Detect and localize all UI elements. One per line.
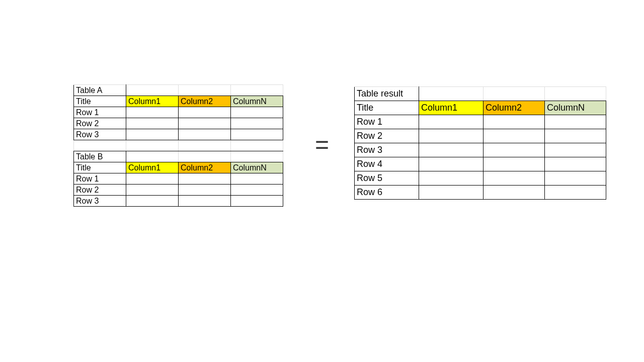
- table-result-name: Table result: [355, 87, 419, 101]
- table-a-col2: Column2: [179, 96, 231, 107]
- table-result-row5: Row 5: [355, 171, 419, 186]
- table-result-col1: Column1: [419, 101, 484, 115]
- table-a-col1: Column1: [126, 96, 179, 107]
- table-result-row4: Row 4: [355, 157, 419, 171]
- table-b-row3: Row 3: [74, 196, 126, 207]
- table-b-row1: Row 1: [74, 173, 126, 185]
- table-result-row6: Row 6: [355, 186, 419, 200]
- table-b-row2: Row 2: [74, 185, 126, 196]
- table-result-colN: ColumnN: [545, 101, 606, 115]
- table-a-title: Title: [74, 96, 126, 107]
- table-a-name: Table A: [74, 85, 126, 96]
- table-result-title: Title: [355, 101, 419, 115]
- equals-operator: =: [315, 131, 329, 158]
- table-b-name: Table B: [74, 151, 126, 162]
- table-a-row3: Row 3: [74, 129, 126, 140]
- table-result-row2: Row 2: [355, 129, 419, 143]
- table-b-col2: Column2: [179, 162, 231, 173]
- table-b-title: Title: [74, 162, 126, 173]
- table-result-col2: Column2: [484, 101, 545, 115]
- table-result-row3: Row 3: [355, 143, 419, 157]
- table-a-row1: Row 1: [74, 107, 126, 118]
- table-result: Table result Title Column1 Column2 Colum…: [354, 86, 606, 200]
- table-b-col1: Column1: [126, 162, 179, 173]
- table-a: Table A Title Column1 Column2 ColumnN Ro…: [73, 84, 283, 207]
- table-b-colN: ColumnN: [231, 162, 283, 173]
- table-a-row2: Row 2: [74, 118, 126, 129]
- table-a-colN: ColumnN: [231, 96, 283, 107]
- table-result-row1: Row 1: [355, 115, 419, 129]
